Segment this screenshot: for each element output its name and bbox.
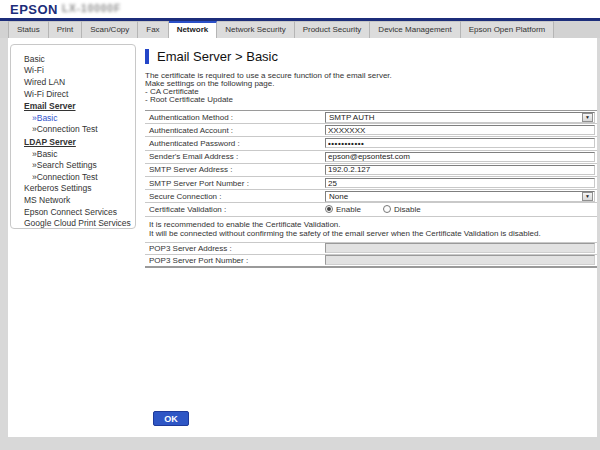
printer-model-name: LX-10000F: [62, 3, 121, 14]
authenticated-account-input[interactable]: [325, 125, 595, 135]
field-label: Secure Connection :: [145, 192, 325, 201]
sidebar-item-google-cloud-print-services[interactable]: Google Cloud Print Services: [11, 217, 135, 229]
field-label: Authenticated Password :: [145, 139, 325, 148]
title-accent-bar: [145, 49, 149, 64]
tab-scan-copy[interactable]: Scan/Copy: [82, 21, 138, 38]
tab-bar: Status Print Scan/Copy Fax Network Netwo…: [0, 21, 600, 38]
tab-status[interactable]: Status: [8, 21, 49, 38]
field-label: Authentication Method :: [145, 113, 325, 122]
tab-print[interactable]: Print: [49, 21, 82, 38]
certificate-validation-radio-disable[interactable]: [383, 205, 391, 213]
app-header: EPSON LX-10000F: [0, 0, 600, 18]
form-row-pop3-server-address: POP3 Server Address :: [145, 242, 597, 255]
tab-fax[interactable]: Fax: [138, 21, 168, 38]
email-server-settings-form: Authentication Method : SMTP AUTH ▼ Auth…: [145, 110, 597, 268]
authenticated-password-input[interactable]: [325, 138, 595, 148]
tab-product-security[interactable]: Product Security: [295, 21, 371, 38]
sidebar-item-ldap-connection-test[interactable]: »Connection Test: [11, 171, 135, 183]
radio-label-enable: Enable: [336, 205, 361, 214]
field-label: POP3 Server Address :: [145, 244, 325, 253]
tab-network-security[interactable]: Network Security: [217, 21, 294, 38]
page-title: Email Server > Basic: [157, 49, 278, 64]
tab-epson-open-platform[interactable]: Epson Open Platform: [461, 21, 554, 38]
pop3-server-port-input: [325, 255, 595, 265]
sidebar-group-ldap-server[interactable]: LDAP Server: [11, 136, 135, 148]
form-row-smtp-port: SMTP Server Port Number :: [145, 177, 597, 190]
selected-value: None: [326, 192, 348, 201]
tab-network[interactable]: Network: [169, 21, 218, 38]
sidebar-item-ldap-search-settings[interactable]: »Search Settings: [11, 159, 135, 171]
form-row-authenticated-account: Authenticated Account :: [145, 124, 597, 137]
sidebar-item-wifi[interactable]: Wi-Fi: [11, 65, 135, 77]
sidebar-item-epson-connect-services[interactable]: Epson Connect Services: [11, 206, 135, 218]
sidebar-item-ms-network[interactable]: MS Network: [11, 194, 135, 206]
sidebar-item-kerberos-settings[interactable]: Kerberos Settings: [11, 183, 135, 195]
epson-web-config-page: EPSON LX-10000F Status Print Scan/Copy F…: [0, 0, 600, 450]
smtp-server-address-input[interactable]: [325, 165, 595, 175]
form-row-senders-email: Sender's Email Address :: [145, 151, 597, 164]
form-row-authentication-method: Authentication Method : SMTP AUTH ▼: [145, 111, 597, 124]
field-label: SMTP Server Port Number :: [145, 179, 325, 188]
radio-label-disable: Disable: [394, 205, 421, 214]
sidebar-item-email-server-basic[interactable]: »Basic: [11, 112, 135, 124]
note-line: It is recommended to enable the Certific…: [149, 220, 597, 229]
form-row-certificate-validation: Certificate Validation : Enable Disable: [145, 203, 597, 216]
field-label: Certificate Validation :: [145, 205, 325, 214]
note-line: It will be connected without confirming …: [149, 229, 597, 238]
field-label: POP3 Server Port Number :: [145, 256, 325, 265]
chevron-down-icon[interactable]: ▼: [582, 192, 593, 201]
sidebar-item-ldap-basic[interactable]: »Basic: [11, 148, 135, 160]
form-row-pop3-port: POP3 Server Port Number :: [145, 255, 597, 268]
ok-button[interactable]: OK: [153, 411, 189, 426]
form-row-authenticated-password: Authenticated Password :: [145, 137, 597, 150]
sidebar-item-wired-lan[interactable]: Wired LAN: [11, 76, 135, 88]
senders-email-address-input[interactable]: [325, 152, 595, 162]
selected-value: SMTP AUTH: [326, 113, 375, 122]
sidebar-group-email-server[interactable]: Email Server: [11, 100, 135, 112]
form-row-secure-connection: Secure Connection : None ▼: [145, 190, 597, 203]
field-label: SMTP Server Address :: [145, 165, 325, 174]
smtp-server-port-input[interactable]: [325, 178, 595, 188]
authentication-method-select[interactable]: SMTP AUTH ▼: [325, 112, 595, 123]
intro-line: - Root Certificate Update: [145, 96, 597, 104]
tab-device-management[interactable]: Device Management: [370, 21, 460, 38]
secure-connection-select[interactable]: None ▼: [325, 191, 595, 202]
sidebar-nav: Basic Wi-Fi Wired LAN Wi-Fi Direct Email…: [10, 44, 136, 229]
sidebar-item-basic[interactable]: Basic: [11, 53, 135, 65]
intro-text: The certificate is required to use a sec…: [145, 72, 597, 104]
field-label: Authenticated Account :: [145, 126, 325, 135]
certificate-validation-note: It is recommended to enable the Certific…: [145, 217, 597, 242]
epson-logo: EPSON: [10, 2, 58, 17]
sidebar-item-email-server-connection-test[interactable]: »Connection Test: [11, 124, 135, 136]
sidebar-item-wifi-direct[interactable]: Wi-Fi Direct: [11, 88, 135, 100]
page-title-bar: Email Server > Basic: [145, 48, 597, 64]
form-row-smtp-server-address: SMTP Server Address :: [145, 164, 597, 177]
intro-line: Make settings on the following page.: [145, 80, 597, 88]
field-label: Sender's Email Address :: [145, 152, 325, 161]
chevron-down-icon[interactable]: ▼: [582, 113, 593, 122]
certificate-validation-radio-group: Enable Disable: [325, 205, 443, 214]
pop3-server-address-input: [325, 243, 595, 253]
certificate-validation-radio-enable[interactable]: [325, 205, 333, 213]
main-content: Email Server > Basic The certificate is …: [145, 48, 597, 268]
